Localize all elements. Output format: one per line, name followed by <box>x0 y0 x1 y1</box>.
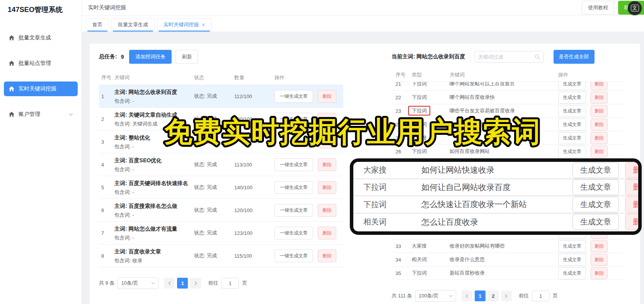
delete-button[interactable]: 删除 <box>318 113 336 126</box>
delete-button[interactable]: 删除 <box>318 227 336 239</box>
delete-button[interactable]: 删除 <box>318 181 336 194</box>
generate-article-button[interactable]: 一键生成文章 <box>274 113 313 126</box>
close-icon[interactable]: × <box>202 22 205 27</box>
sidebar-item-1[interactable]: 批量文章生成 <box>4 31 78 45</box>
goto-page-input[interactable] <box>532 290 550 301</box>
next-page-button[interactable] <box>501 290 512 301</box>
sidebar-item-4[interactable]: 账户管理 <box>4 107 78 122</box>
delete-button[interactable]: 删除 <box>591 92 608 104</box>
row-index: 26 <box>392 149 412 155</box>
delete-button[interactable]: 删除 <box>591 254 608 266</box>
generate-article-button[interactable]: 生成文章 <box>558 146 586 158</box>
task-main-word: 主词: 百度SEO优化 <box>114 156 191 164</box>
task-actions: 一键生成文章删除 <box>274 90 343 103</box>
generate-article-button[interactable]: 一键生成文章 <box>274 181 313 194</box>
delete-button[interactable]: 删除 <box>591 105 608 117</box>
page-number-2[interactable]: 2 <box>488 290 499 301</box>
generate-article-button[interactable]: 生成文章 <box>572 197 619 212</box>
generate-article-button[interactable]: 一键生成文章 <box>274 227 313 239</box>
delete-button[interactable]: 删除 <box>318 158 336 171</box>
generate-article-button[interactable]: 生成文章 <box>558 92 586 104</box>
tab-batch-article[interactable]: 批量文章生成 <box>111 18 155 32</box>
inset-row: 下拉词如何让自己网站收录百度生成文章删除 <box>353 179 638 197</box>
task-row[interactable]: 8主词: 百度收录文章包含词: 收录状态: 完成115/100一键生成文章删除 <box>99 245 343 267</box>
keyword-text: 收录好的发帖网站有哪些 <box>450 243 558 250</box>
task-status: 状态: 完成 <box>194 161 234 168</box>
generate-article-button[interactable]: 一键生成文章 <box>274 158 313 171</box>
delete-button[interactable]: 删除 <box>591 119 608 131</box>
delete-button[interactable]: 删除 <box>318 90 336 103</box>
delete-button[interactable]: 删除 <box>591 267 608 279</box>
task-actions: 一键生成文章删除 <box>274 113 343 126</box>
task-quantity: 100/100 <box>234 116 274 122</box>
generate-all-button[interactable]: 是否生成全部 <box>554 50 595 64</box>
delete-button[interactable]: 删除 <box>591 146 608 158</box>
generate-article-button[interactable]: 一键生成文章 <box>274 204 313 217</box>
generate-article-button[interactable]: 生成文章 <box>572 179 619 195</box>
prev-page-button[interactable] <box>462 290 472 301</box>
generate-article-button[interactable]: 生成文章 <box>558 105 586 117</box>
delete-button[interactable]: 删除 <box>625 162 642 178</box>
sidebar-item-2[interactable]: 批量站点管理 <box>4 56 78 71</box>
task-actions: 一键生成文章删除 <box>274 181 343 194</box>
keyword-text: 如何百度收录网站 <box>450 148 558 155</box>
delete-button[interactable]: 删除 <box>318 204 336 217</box>
page-size-select[interactable]: 100条/页 <box>415 290 456 302</box>
tab-home[interactable]: 首页 <box>86 18 109 32</box>
delete-button[interactable]: 删除 <box>625 197 642 212</box>
task-row[interactable]: 2主词: 关键词文章自动生成包含词: 关键词生成状态: 完成100/100一键生… <box>99 108 343 131</box>
delete-button[interactable]: 删除 <box>591 82 608 90</box>
page-size-select[interactable]: 10条/页 <box>118 277 158 289</box>
keyword-actions: 生成文章删除 <box>558 92 623 104</box>
task-panel: 总任务: 9 添加挖词任务 刷新 序号 关键词 状态 数量 操作 1主词: 网站… <box>99 50 343 304</box>
home-icon <box>9 111 15 117</box>
add-task-button[interactable]: 添加挖词任务 <box>129 50 172 64</box>
task-row[interactable]: 3主词: 整站优化包含词: -状态: 完成一键生成文章删除 <box>99 131 343 153</box>
keyword-actions: 生成文章删除 <box>558 254 623 266</box>
generate-article-button[interactable]: 一键生成文章 <box>274 250 313 262</box>
generate-article-button[interactable]: 生成文章 <box>558 267 586 279</box>
tab-realtime-keyword[interactable]: 实时关键词挖掘 × <box>157 18 211 32</box>
prev-page-button[interactable] <box>164 278 175 289</box>
keyword-filter-input[interactable] <box>478 54 535 60</box>
generate-article-button[interactable]: 生成文章 <box>558 240 586 252</box>
refresh-button[interactable]: 刷新 <box>175 50 198 64</box>
generate-article-button[interactable]: 一键生成文章 <box>274 90 313 103</box>
keyword-text: 哪个网站发帖可以上百度首页 <box>450 82 558 87</box>
generate-article-button[interactable]: 生成文章 <box>558 132 586 144</box>
floating-widget[interactable]: 文 <box>628 1 642 15</box>
page-number-1[interactable]: 1 <box>475 290 486 301</box>
total-tasks-value: 9 <box>121 54 124 60</box>
translate-icon: 文 <box>631 5 639 12</box>
delete-button[interactable]: 删除 <box>591 132 608 144</box>
task-status: 状态: 完成 <box>194 138 234 145</box>
goto-page-input[interactable] <box>221 278 239 289</box>
next-page-button[interactable] <box>190 278 201 289</box>
generate-article-button[interactable]: 生成文章 <box>558 254 586 266</box>
generate-article-button[interactable]: 生成文章 <box>558 82 586 90</box>
delete-button[interactable]: 删除 <box>591 240 608 252</box>
generate-article-button[interactable]: 生成文章 <box>572 214 619 230</box>
task-row[interactable]: 1主词: 网站怎么收录到百度包含词: -状态: 完成112/100一键生成文章删… <box>99 85 343 108</box>
delete-button[interactable]: 删除 <box>625 179 642 195</box>
task-status: 状态: 完成 <box>194 115 234 122</box>
task-keyword-cell: 主词: 百度收录文章包含词: 收录 <box>114 248 194 264</box>
task-main-word: 主词: 百度搜索排名怎么做 <box>114 202 191 210</box>
task-include-word: 包含词: - <box>114 166 191 173</box>
row-index: 7 <box>99 230 114 236</box>
row-index: 5 <box>99 185 114 190</box>
task-row[interactable]: 5主词: 百度关键词排名快速排名包含词: -状态: 完成140/100一键生成文… <box>99 176 343 199</box>
task-row[interactable]: 6主词: 百度搜索排名怎么做包含词: -状态: 完成120/100一键生成文章删… <box>99 199 343 222</box>
home-icon <box>9 35 15 41</box>
sidebar-item-3[interactable]: 实时关键词挖掘 <box>4 82 78 96</box>
generate-article-button[interactable]: 生成文章 <box>558 119 586 131</box>
generate-article-button[interactable]: 生成文章 <box>572 162 619 178</box>
generate-article-button[interactable]: 一键生成文章 <box>274 136 313 148</box>
delete-button[interactable]: 删除 <box>625 214 642 230</box>
task-row[interactable]: 4主词: 百度SEO优化包含词: -状态: 完成113/100一键生成文章删除 <box>99 153 343 176</box>
delete-button[interactable]: 删除 <box>318 136 336 148</box>
task-row[interactable]: 7主词: 网站怎么做才有流量包含词: -状态: 完成123/100一键生成文章删… <box>99 222 343 245</box>
page-number-1[interactable]: 1 <box>177 278 188 289</box>
tutorial-button[interactable]: 使用教程 <box>582 1 614 15</box>
delete-button[interactable]: 删除 <box>318 250 336 262</box>
